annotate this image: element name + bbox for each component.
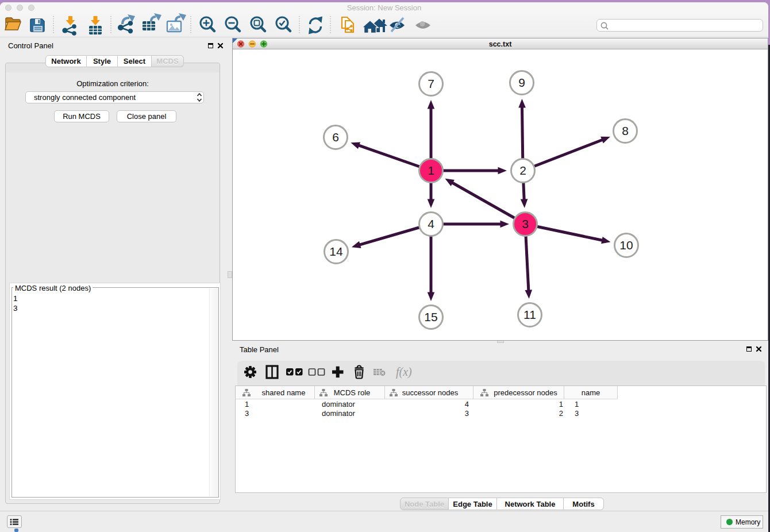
svg-text:f(x): f(x) [396,365,412,379]
